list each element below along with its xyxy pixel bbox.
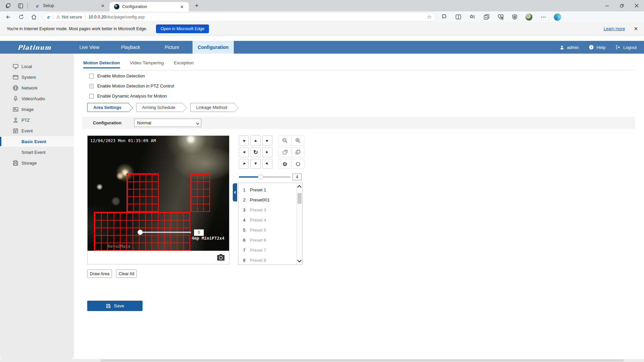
user-menu[interactable]: admin bbox=[559, 45, 579, 50]
clear-all-button[interactable]: Clear All bbox=[116, 269, 137, 278]
horizontal-scrollbar[interactable] bbox=[0, 359, 644, 362]
configuration-select[interactable]: Normal bbox=[134, 119, 201, 127]
favorite-star-icon[interactable]: ☆ bbox=[427, 14, 432, 20]
extensions-icon[interactable] bbox=[441, 13, 448, 20]
ptz-up-right-button[interactable]: ▲ bbox=[262, 135, 272, 145]
sidebar-item-video-audio[interactable]: Video/Audio bbox=[0, 93, 74, 104]
subtab-arming-schedule[interactable]: Arming Schedule bbox=[136, 103, 183, 112]
sidebar-item-local[interactable]: Local bbox=[0, 61, 74, 72]
enable-motion-detection-checkbox[interactable] bbox=[89, 74, 94, 78]
slider-thumb[interactable] bbox=[258, 174, 263, 180]
ptz-up-button[interactable]: ▲ bbox=[251, 135, 261, 145]
enable-dynamic-analysis-checkbox[interactable] bbox=[89, 94, 94, 99]
sidebar-item-image[interactable]: Image bbox=[0, 104, 74, 115]
save-button[interactable]: Save bbox=[87, 301, 143, 311]
home-icon[interactable] bbox=[30, 13, 38, 21]
tab-exception[interactable]: Exception bbox=[174, 60, 194, 68]
ptz-panel-collapse-handle[interactable] bbox=[233, 183, 237, 201]
ptz-down-button[interactable]: ▲ bbox=[251, 159, 261, 169]
collections-icon[interactable] bbox=[483, 13, 490, 20]
preset-row-5[interactable]: 5Preset 5 bbox=[238, 225, 297, 235]
ptz-right-button[interactable]: ▲ bbox=[262, 147, 272, 157]
address-bar[interactable]: e ⚠ Not secure 10.0.0.20 /doc/page/confi… bbox=[43, 12, 435, 21]
help-button[interactable]: Help bbox=[589, 45, 605, 50]
copilot-icon[interactable] bbox=[554, 13, 561, 21]
refresh-icon[interactable] bbox=[17, 13, 25, 21]
focus-far-button[interactable] bbox=[279, 147, 291, 157]
preset-scrollbar[interactable] bbox=[297, 183, 302, 264]
scrollbar-thumb[interactable] bbox=[101, 359, 624, 362]
preset-row-1[interactable]: 1Preset 1 bbox=[238, 185, 297, 195]
ptz-down-left-button[interactable]: ▲ bbox=[239, 159, 249, 169]
sensitivity-value[interactable]: 0 bbox=[194, 229, 204, 236]
close-tab-icon[interactable]: ✕ bbox=[99, 3, 106, 9]
workspaces-icon[interactable] bbox=[5, 2, 12, 9]
tab-video-tampering[interactable]: Video Tampering bbox=[130, 60, 164, 68]
motion-grid-area[interactable] bbox=[126, 173, 159, 212]
new-tab-button[interactable]: + bbox=[192, 2, 201, 9]
preset-row-2[interactable]: 2Preset001 bbox=[238, 195, 297, 205]
subtab-area-settings[interactable]: Area Settings bbox=[87, 103, 129, 112]
url-host[interactable]: 10.0.0.20 bbox=[89, 15, 106, 19]
browser-tab-setup[interactable]: e Setup ✕ bbox=[31, 0, 110, 11]
minimize-button[interactable] bbox=[600, 0, 614, 11]
browser-essentials-icon[interactable] bbox=[497, 13, 504, 20]
zoom-out-button[interactable] bbox=[279, 136, 291, 145]
logout-button[interactable]: Logout bbox=[615, 45, 637, 50]
ptz-auto-scan-button[interactable]: ↻ bbox=[251, 147, 261, 157]
subtab-linkage-method[interactable]: Linkage Method bbox=[190, 103, 235, 112]
more-icon[interactable] bbox=[540, 13, 547, 20]
preset-row-4[interactable]: 4Preset 4 bbox=[238, 215, 297, 225]
sidebar-item-basic-event[interactable]: Basic Event bbox=[0, 136, 74, 147]
focus-near-button[interactable] bbox=[292, 147, 305, 157]
url-path[interactable]: /doc/page/config.asp bbox=[106, 15, 145, 19]
scrollbar-thumb[interactable] bbox=[298, 193, 302, 204]
sidebar-item-storage[interactable]: Storage bbox=[0, 158, 74, 168]
preset-row-8[interactable]: 8Preset 8 bbox=[238, 255, 297, 264]
nav-playback[interactable]: Playback bbox=[110, 41, 151, 54]
nav-configuration[interactable]: Configuration bbox=[193, 41, 234, 54]
ptz-left-button[interactable]: ▲ bbox=[239, 147, 249, 157]
ptz-speed-slider[interactable] bbox=[239, 174, 290, 180]
slider-track[interactable] bbox=[139, 232, 191, 233]
profile-avatar[interactable] bbox=[525, 13, 533, 21]
split-screen-icon[interactable] bbox=[455, 13, 462, 20]
vertical-tabs-icon[interactable] bbox=[17, 2, 24, 9]
iris-close-button[interactable] bbox=[279, 159, 291, 169]
ptz-up-left-button[interactable]: ▲ bbox=[239, 135, 249, 145]
browser-tab-configuration[interactable]: Configuration ✕ bbox=[110, 2, 189, 11]
sidebar-item-event[interactable]: Event bbox=[0, 125, 74, 136]
scroll-down-icon[interactable] bbox=[297, 258, 302, 262]
ptz-speed-value[interactable]: 4 bbox=[292, 174, 302, 180]
learn-more-link[interactable]: Learn more bbox=[603, 26, 625, 31]
preset-row-7[interactable]: 7Preset 7 bbox=[238, 245, 297, 255]
restore-button[interactable] bbox=[614, 0, 629, 11]
slider-thumb[interactable] bbox=[138, 230, 143, 235]
open-in-edge-button[interactable]: Open in Microsoft Edge bbox=[156, 24, 209, 33]
sidebar-item-smart-event[interactable]: Smart Event bbox=[0, 147, 74, 158]
preset-row-3[interactable]: 3Preset 3 bbox=[238, 205, 297, 215]
back-icon[interactable] bbox=[4, 13, 13, 21]
snapshot-camera-icon[interactable] bbox=[217, 254, 225, 261]
motion-grid-area[interactable] bbox=[190, 173, 210, 212]
favorites-icon[interactable] bbox=[469, 13, 476, 20]
scroll-up-icon[interactable] bbox=[297, 185, 302, 189]
close-window-button[interactable] bbox=[629, 0, 644, 11]
sidebar-item-network[interactable]: Network bbox=[0, 82, 74, 93]
preset-row-6[interactable]: 6Preset 6 bbox=[238, 235, 297, 245]
enable-motion-ptz-checkbox[interactable] bbox=[89, 84, 94, 88]
sensitivity-slider[interactable] bbox=[138, 229, 196, 235]
close-tab-icon[interactable]: ✕ bbox=[178, 4, 185, 10]
iris-open-button[interactable] bbox=[292, 159, 305, 169]
security-shield-icon[interactable] bbox=[511, 13, 518, 20]
nav-live-view[interactable]: Live View bbox=[69, 41, 110, 54]
nav-picture[interactable]: Picture bbox=[151, 41, 193, 54]
banner-close-icon[interactable]: ✕ bbox=[634, 26, 638, 32]
tab-motion-detection[interactable]: Motion Detection bbox=[83, 60, 120, 68]
sidebar-item-ptz[interactable]: PTZ bbox=[0, 115, 74, 125]
not-secure-label[interactable]: Not secure bbox=[62, 15, 82, 19]
sidebar-item-system[interactable]: System bbox=[0, 72, 74, 82]
zoom-in-button[interactable] bbox=[292, 136, 305, 145]
draw-area-button[interactable]: Draw Area bbox=[87, 269, 112, 278]
ptz-down-right-button[interactable]: ▲ bbox=[262, 159, 272, 169]
